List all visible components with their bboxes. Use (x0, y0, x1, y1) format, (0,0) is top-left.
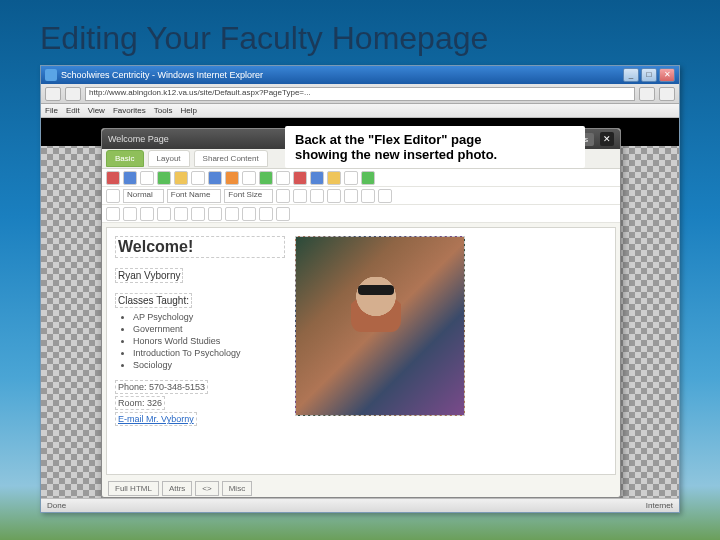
tab-layout[interactable]: Layout (148, 150, 190, 167)
tool-icon[interactable] (106, 171, 120, 185)
email-link[interactable]: E-mail Mr. Vyborny (115, 412, 197, 426)
list-item: Government (133, 324, 285, 334)
tool-icon[interactable] (208, 207, 222, 221)
phone-info: Phone: 570-348-5153 (115, 380, 208, 394)
tool-icon[interactable] (361, 171, 375, 185)
maximize-button[interactable]: □ (641, 68, 657, 82)
toolbar-row-3 (102, 205, 620, 223)
tool-icon[interactable] (191, 171, 205, 185)
tool-icon[interactable] (310, 171, 324, 185)
bold-icon[interactable] (276, 189, 290, 203)
menu-tools[interactable]: Tools (154, 106, 173, 115)
tool-icon[interactable] (225, 171, 239, 185)
tool-icon[interactable] (123, 171, 137, 185)
fontsize-select[interactable]: Font Size (224, 189, 273, 203)
italic-icon[interactable] (293, 189, 307, 203)
format-select[interactable]: Normal (123, 189, 164, 203)
room-info: Room: 326 (115, 396, 165, 410)
list-item: AP Psychology (133, 312, 285, 322)
tool-icon[interactable] (259, 207, 273, 221)
tool-icon[interactable] (293, 171, 307, 185)
view-tab[interactable]: Attrs (162, 481, 192, 496)
tool-icon[interactable] (123, 207, 137, 221)
back-button[interactable] (45, 87, 61, 101)
close-button[interactable]: ✕ (659, 68, 675, 82)
flex-editor-panel: Welcome Page Advanced Settings ✕ Basic L… (101, 128, 621, 498)
inserted-photo[interactable] (295, 236, 465, 416)
list-item: Introduction To Psychology (133, 348, 285, 358)
view-tab[interactable]: <> (195, 481, 218, 496)
tool-icon[interactable] (174, 171, 188, 185)
slide-title: Editing Your Faculty Homepage (40, 20, 680, 57)
callout-line2: showing the new inserted photo. (295, 147, 575, 162)
tool-icon[interactable] (208, 171, 222, 185)
editor-close-button[interactable]: ✕ (600, 132, 614, 146)
tool-icon[interactable] (106, 207, 120, 221)
menu-favorites[interactable]: Favorites (113, 106, 146, 115)
list-item: Honors World Studies (133, 336, 285, 346)
addressbar: http://www.abingdon.k12.va.us/site/Defau… (41, 84, 679, 104)
search-button[interactable] (659, 87, 675, 101)
tool-icon[interactable] (327, 189, 341, 203)
tool-icon[interactable] (276, 171, 290, 185)
tool-icon[interactable] (361, 189, 375, 203)
tool-icon[interactable] (140, 207, 154, 221)
minimize-button[interactable]: _ (623, 68, 639, 82)
tab-basic[interactable]: Basic (106, 150, 144, 167)
window-title: Schoolwires Centricity - Windows Interne… (61, 70, 623, 80)
app-icon (45, 69, 57, 81)
classes-label: Classes Taught: (115, 293, 192, 308)
fontname-select[interactable]: Font Name (167, 189, 222, 203)
tool-icon[interactable] (242, 171, 256, 185)
statusbar: Done Internet (41, 498, 679, 512)
status-right: Internet (646, 501, 673, 510)
list-item: Sociology (133, 360, 285, 370)
menu-help[interactable]: Help (180, 106, 196, 115)
tool-icon[interactable] (191, 207, 205, 221)
tool-icon[interactable] (276, 207, 290, 221)
tool-icon[interactable] (378, 189, 392, 203)
menu-edit[interactable]: Edit (66, 106, 80, 115)
refresh-button[interactable] (639, 87, 655, 101)
forward-button[interactable] (65, 87, 81, 101)
view-tab[interactable]: Full HTML (108, 481, 159, 496)
tool-icon[interactable] (225, 207, 239, 221)
browser-window: Schoolwires Centricity - Windows Interne… (40, 65, 680, 513)
tool-icon[interactable] (157, 207, 171, 221)
instruction-callout: Back at the "Flex Editor" page showing t… (285, 126, 585, 168)
classes-list: AP Psychology Government Honors World St… (133, 312, 285, 370)
toolbar-row-1 (102, 169, 620, 187)
underline-icon[interactable] (310, 189, 324, 203)
tool-icon[interactable] (174, 207, 188, 221)
menu-view[interactable]: View (88, 106, 105, 115)
status-left: Done (47, 501, 66, 510)
content-area[interactable]: Welcome! Ryan Vyborny Classes Taught: AP… (106, 227, 616, 475)
tool-icon[interactable] (140, 171, 154, 185)
menubar: File Edit View Favorites Tools Help (41, 104, 679, 118)
tool-icon[interactable] (344, 189, 358, 203)
tab-shared[interactable]: Shared Content (194, 150, 268, 167)
editor-header-tab[interactable]: Welcome Page (108, 134, 169, 144)
callout-line1: Back at the "Flex Editor" page (295, 132, 575, 147)
teacher-name: Ryan Vyborny (115, 268, 183, 283)
toolbar-row-2: Normal Font Name Font Size (102, 187, 620, 205)
tool-icon[interactable] (344, 171, 358, 185)
tool-icon[interactable] (259, 171, 273, 185)
titlebar: Schoolwires Centricity - Windows Interne… (41, 66, 679, 84)
menu-file[interactable]: File (45, 106, 58, 115)
editor-view-tabs: Full HTML Attrs <> Misc (102, 479, 620, 498)
tool-icon[interactable] (327, 171, 341, 185)
tool-icon[interactable] (106, 189, 120, 203)
tool-icon[interactable] (242, 207, 256, 221)
welcome-heading: Welcome! (115, 236, 285, 258)
url-input[interactable]: http://www.abingdon.k12.va.us/site/Defau… (85, 87, 635, 101)
view-tab[interactable]: Misc (222, 481, 252, 496)
tool-icon[interactable] (157, 171, 171, 185)
